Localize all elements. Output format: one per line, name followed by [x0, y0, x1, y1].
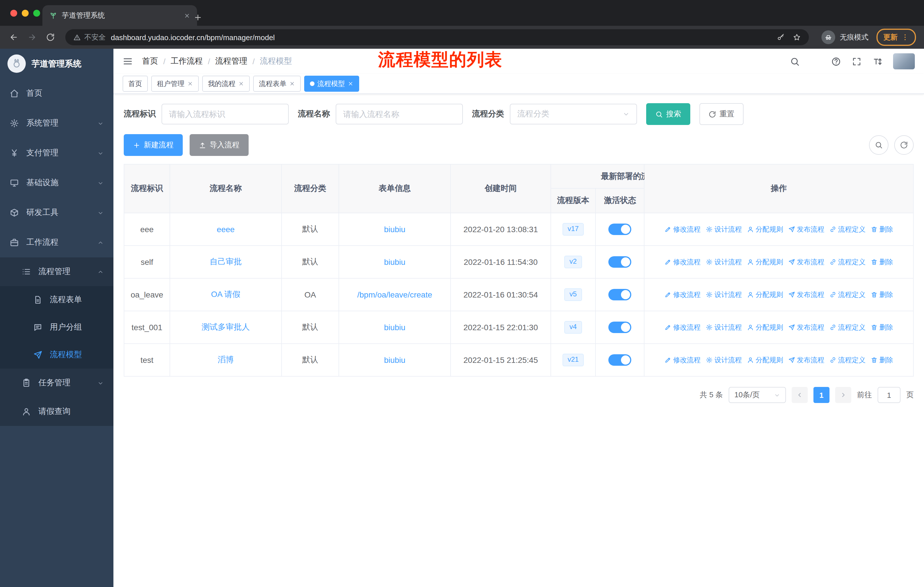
- process-name-link[interactable]: 自己审批: [210, 257, 242, 267]
- sidebar-collapse-button[interactable]: [122, 56, 133, 66]
- action-publish-process[interactable]: 发布流程: [788, 290, 824, 299]
- next-page-button[interactable]: [835, 387, 851, 403]
- process-name-input[interactable]: [336, 104, 463, 124]
- sidebar-item-home[interactable]: 首页: [0, 79, 114, 108]
- sidebar-item-process-form[interactable]: 流程表单: [0, 286, 114, 314]
- action-edit-process[interactable]: 修改流程: [665, 322, 701, 332]
- tag-process-form[interactable]: 流程表单: [253, 76, 301, 92]
- bookmark-star-icon[interactable]: [793, 33, 801, 41]
- sidebar-item-process-manage[interactable]: 流程管理: [0, 257, 114, 286]
- action-edit-process[interactable]: 修改流程: [665, 355, 701, 365]
- action-design-process[interactable]: 设计流程: [706, 257, 742, 267]
- address-bar[interactable]: 不安全 dashboard.yudao.iocoder.cn/bpm/manag…: [65, 29, 809, 45]
- close-icon[interactable]: [238, 81, 244, 86]
- goto-page-input[interactable]: [878, 387, 901, 403]
- help-icon[interactable]: [831, 56, 841, 66]
- minimize-window-button[interactable]: [22, 10, 29, 17]
- back-button[interactable]: [6, 29, 22, 45]
- process-name-link[interactable]: 测试多审批人: [201, 322, 250, 332]
- sidebar-item-workflow[interactable]: 工作流程: [0, 228, 114, 257]
- browser-tab[interactable]: 芋道管理系统: [42, 5, 197, 26]
- breadcrumb-item[interactable]: 流程管理: [215, 56, 248, 66]
- maximize-window-button[interactable]: [33, 10, 40, 17]
- sidebar-item-payment[interactable]: 支付管理: [0, 138, 114, 168]
- action-process-definition[interactable]: 流程定义: [830, 225, 866, 234]
- close-icon[interactable]: [348, 81, 353, 86]
- action-design-process[interactable]: 设计流程: [706, 355, 742, 365]
- sidebar-item-process-model[interactable]: 流程模型: [0, 341, 114, 369]
- tag-my-process[interactable]: 我的流程: [202, 76, 250, 92]
- action-delete[interactable]: 删除: [871, 355, 893, 365]
- sidebar-item-system[interactable]: 系统管理: [0, 108, 114, 138]
- active-toggle[interactable]: [608, 289, 631, 300]
- page-size-select[interactable]: 10条/页: [729, 387, 786, 403]
- process-name-link[interactable]: 滔博: [218, 355, 234, 365]
- action-publish-process[interactable]: 发布流程: [788, 257, 824, 267]
- action-delete[interactable]: 删除: [871, 225, 893, 234]
- form-info-link[interactable]: biubiu: [384, 225, 406, 234]
- action-edit-process[interactable]: 修改流程: [665, 290, 701, 299]
- browser-menu-icon[interactable]: [901, 33, 909, 41]
- active-toggle[interactable]: [608, 223, 631, 235]
- process-name-link[interactable]: eeee: [217, 225, 234, 234]
- action-delete[interactable]: 删除: [871, 322, 893, 332]
- action-delete[interactable]: 删除: [871, 290, 893, 299]
- action-process-definition[interactable]: 流程定义: [830, 355, 866, 365]
- tab-close-icon[interactable]: [184, 12, 190, 19]
- github-icon[interactable]: [810, 56, 820, 66]
- tag-process-model-active[interactable]: 流程模型: [304, 76, 359, 92]
- action-publish-process[interactable]: 发布流程: [788, 322, 824, 332]
- action-assign-rule[interactable]: 分配规则: [747, 355, 783, 365]
- action-assign-rule[interactable]: 分配规则: [747, 257, 783, 267]
- sidebar-item-dev-tools[interactable]: 研发工具: [0, 198, 114, 228]
- form-info-link[interactable]: biubiu: [384, 257, 406, 266]
- action-delete[interactable]: 删除: [871, 257, 893, 267]
- form-info-link[interactable]: /bpm/oa/leave/create: [357, 290, 432, 299]
- sidebar-item-infrastructure[interactable]: 基础设施: [0, 168, 114, 198]
- browser-update-button[interactable]: 更新: [876, 29, 916, 46]
- reset-button[interactable]: 重置: [700, 103, 744, 125]
- search-button[interactable]: 搜索: [646, 103, 690, 125]
- form-info-link[interactable]: biubiu: [384, 356, 406, 365]
- active-toggle[interactable]: [608, 256, 631, 268]
- refresh-table-button[interactable]: [894, 135, 914, 155]
- sidebar-item-leave-query[interactable]: 请假查询: [0, 397, 114, 426]
- action-publish-process[interactable]: 发布流程: [788, 225, 824, 234]
- action-process-definition[interactable]: 流程定义: [830, 322, 866, 332]
- action-design-process[interactable]: 设计流程: [706, 290, 742, 299]
- category-select[interactable]: 流程分类: [510, 104, 637, 124]
- action-process-definition[interactable]: 流程定义: [830, 257, 866, 267]
- process-key-input[interactable]: [162, 104, 289, 124]
- action-design-process[interactable]: 设计流程: [706, 322, 742, 332]
- close-window-button[interactable]: [10, 10, 17, 17]
- action-process-definition[interactable]: 流程定义: [830, 290, 866, 299]
- action-assign-rule[interactable]: 分配规则: [747, 322, 783, 332]
- fullscreen-icon[interactable]: [852, 56, 861, 66]
- form-info-link[interactable]: biubiu: [384, 323, 406, 332]
- action-publish-process[interactable]: 发布流程: [788, 355, 824, 365]
- sidebar-item-task-manage[interactable]: 任务管理: [0, 369, 114, 397]
- breadcrumb-item[interactable]: 工作流程: [171, 56, 203, 66]
- close-icon[interactable]: [187, 81, 193, 86]
- active-toggle[interactable]: [608, 354, 631, 366]
- security-indicator[interactable]: 不安全: [73, 32, 106, 42]
- font-size-icon[interactable]: [873, 56, 882, 66]
- search-icon[interactable]: [790, 56, 800, 66]
- toggle-search-button[interactable]: [869, 135, 888, 155]
- new-tab-button[interactable]: [194, 13, 202, 22]
- active-toggle[interactable]: [608, 322, 631, 333]
- action-edit-process[interactable]: 修改流程: [665, 257, 701, 267]
- sidebar-item-user-group[interactable]: 用户分组: [0, 314, 114, 341]
- action-assign-rule[interactable]: 分配规则: [747, 225, 783, 234]
- breadcrumb-item[interactable]: 首页: [142, 56, 158, 66]
- tag-home[interactable]: 首页: [122, 76, 148, 92]
- import-process-button[interactable]: 导入流程: [190, 134, 249, 156]
- process-name-link[interactable]: OA 请假: [211, 289, 241, 300]
- action-edit-process[interactable]: 修改流程: [665, 225, 701, 234]
- close-icon[interactable]: [289, 81, 295, 86]
- current-page-button[interactable]: 1: [813, 387, 830, 403]
- tag-tenant-manage[interactable]: 租户管理: [151, 76, 199, 92]
- password-key-icon[interactable]: [777, 33, 785, 41]
- action-assign-rule[interactable]: 分配规则: [747, 290, 783, 299]
- forward-button[interactable]: [24, 29, 40, 45]
